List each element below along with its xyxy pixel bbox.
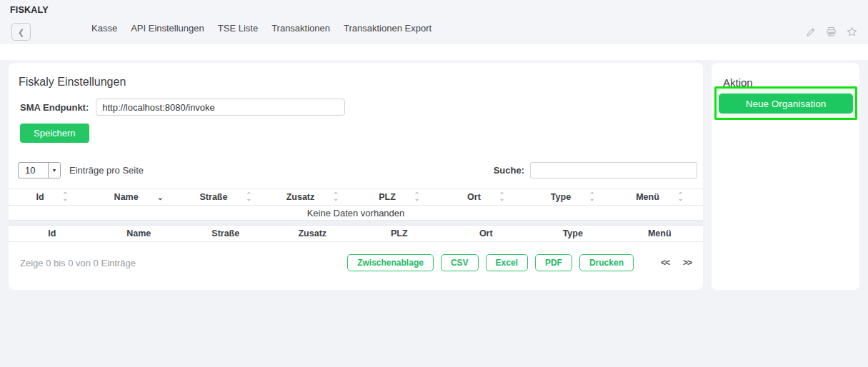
endpoint-row: SMA Endpunkt:: [20, 99, 703, 116]
footer-column-strasse: Straße: [182, 228, 269, 238]
page-size-select[interactable]: 10 ▼: [18, 162, 61, 179]
page-size-label: Einträge pro Seite: [69, 165, 144, 176]
new-organisation-button[interactable]: Neue Organisation: [719, 94, 853, 114]
export-print-button[interactable]: Drucken: [579, 254, 634, 271]
search-input[interactable]: [530, 162, 697, 179]
column-header-id[interactable]: Id ⌃⌄: [9, 192, 96, 202]
column-header-name[interactable]: Name ⌄: [96, 192, 183, 202]
footer-column-id: Id: [9, 228, 96, 238]
main-nav: Kasse API Einstellungen TSE Liste Transa…: [91, 0, 431, 44]
sort-icon: ⌃⌄: [589, 193, 595, 201]
pagination-prev-button[interactable]: <<: [661, 258, 669, 268]
column-header-menue[interactable]: Menü ⌃⌄: [617, 192, 704, 202]
printer-icon[interactable]: [825, 26, 837, 38]
sort-desc-icon: ⌄: [157, 193, 164, 201]
pagination-next-button[interactable]: >>: [683, 258, 692, 268]
settings-title: Fiskaly Einstellungen: [19, 76, 703, 89]
export-clipboard-button[interactable]: Zwischenablage: [347, 254, 434, 271]
nav-item-kasse[interactable]: Kasse: [91, 23, 117, 34]
table-header-row: Id ⌃⌄ Name ⌄ Straße ⌃⌄ Zusatz ⌃⌄ PLZ ⌃: [9, 188, 703, 206]
top-header: FISKALY ❮ Kasse API Einstellungen TSE Li…: [0, 0, 868, 44]
table-footer-row: Id Name Straße Zusatz PLZ Ort Type Menü: [9, 225, 703, 242]
sma-endpoint-input[interactable]: [96, 99, 345, 116]
fiskaly-app-window: FISKALY ❮ Kasse API Einstellungen TSE Li…: [0, 0, 868, 367]
action-panel-card: Aktion Neue Organisation: [712, 63, 859, 290]
export-csv-button[interactable]: CSV: [441, 254, 479, 271]
sort-icon: ⌃⌄: [678, 193, 684, 201]
app-title: FISKALY: [10, 5, 49, 15]
column-header-ort[interactable]: Ort ⌃⌄: [443, 192, 530, 202]
entries-info-text: Zeige 0 bis 0 von 0 Einträge: [20, 258, 136, 268]
footer-column-plz: PLZ: [356, 228, 443, 238]
save-button[interactable]: Speichern: [20, 124, 89, 143]
footer-column-ort: Ort: [443, 228, 530, 238]
footer-column-type: Type: [529, 228, 617, 238]
sort-icon: ⌃⌄: [246, 193, 251, 201]
column-header-plz[interactable]: PLZ ⌃⌄: [356, 192, 443, 202]
export-pdf-button[interactable]: PDF: [535, 254, 572, 271]
chevron-down-icon: ▼: [48, 163, 60, 178]
column-header-strasse[interactable]: Straße ⌃⌄: [182, 192, 269, 202]
header-icon-group: [805, 26, 858, 38]
endpoint-label: SMA Endpunkt:: [20, 102, 89, 113]
nav-item-tse-liste[interactable]: TSE Liste: [218, 23, 258, 34]
footer-column-zusatz: Zusatz: [269, 228, 356, 238]
column-header-zusatz[interactable]: Zusatz ⌃⌄: [269, 192, 356, 202]
export-excel-button[interactable]: Excel: [486, 254, 528, 271]
nav-item-transaktionen-export[interactable]: Transaktionen Export: [344, 23, 431, 34]
empty-table-message: Keine Daten vorhanden: [9, 206, 703, 221]
fiskaly-settings-card: Fiskaly Einstellungen SMA Endpunkt: Spei…: [9, 63, 703, 290]
column-header-type[interactable]: Type ⌃⌄: [529, 192, 617, 202]
footer-column-menue: Menü: [617, 228, 704, 238]
pagination: << >>: [661, 258, 692, 268]
star-icon[interactable]: [846, 26, 858, 38]
nav-item-transaktionen[interactable]: Transaktionen: [271, 23, 330, 34]
sort-icon: ⌃⌄: [63, 193, 69, 201]
table-bottom-row: Zeige 0 bis 0 von 0 Einträge Zwischenabl…: [9, 254, 703, 271]
nav-item-api-einstellungen[interactable]: API Einstellungen: [131, 23, 204, 34]
table-controls-row: 10 ▼ Einträge pro Seite Suche:: [11, 161, 700, 179]
pencil-icon[interactable]: [805, 26, 817, 38]
organisations-table: Id ⌃⌄ Name ⌄ Straße ⌃⌄ Zusatz ⌃⌄ PLZ ⌃: [9, 188, 703, 242]
search-area: Suche:: [494, 162, 697, 179]
chevron-left-icon: ❮: [18, 28, 24, 36]
sort-icon: ⌃⌄: [414, 193, 420, 201]
back-button[interactable]: ❮: [11, 23, 31, 41]
sort-icon: ⌃⌄: [499, 193, 505, 201]
header-divider: [0, 44, 868, 60]
footer-column-name: Name: [96, 228, 183, 238]
sort-icon: ⌃⌄: [333, 193, 339, 201]
page-size-value: 10: [19, 163, 48, 178]
search-label: Suche:: [494, 165, 524, 176]
export-button-group: Zwischenablage CSV Excel PDF Drucken: [347, 254, 634, 271]
